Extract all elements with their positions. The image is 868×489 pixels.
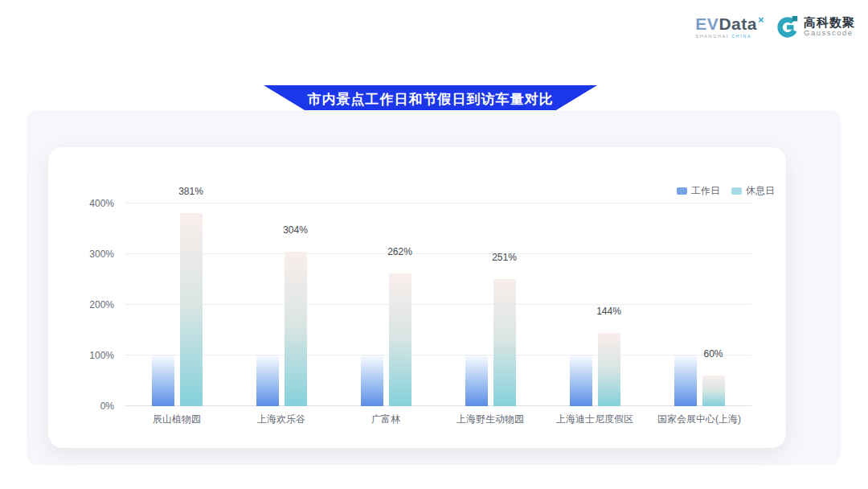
bar-休息日-广富林 xyxy=(389,273,411,406)
legend-item-工作日[interactable]: 工作日 xyxy=(677,184,720,198)
evdata-x-icon: × xyxy=(758,14,764,26)
bar-休息日-国家会展中心(上海) xyxy=(702,376,725,406)
y-axis-tick-label: 200% xyxy=(89,299,114,310)
bar-group-上海野生动物园: 251%上海野生动物园 xyxy=(438,203,542,406)
bar-工作日-上海野生动物园 xyxy=(465,355,488,406)
chart-legend: 工作日休息日 xyxy=(677,184,775,198)
gausscode-en: Gausscode xyxy=(804,29,855,37)
x-category-label: 广富林 xyxy=(371,413,400,426)
legend-swatch-icon xyxy=(677,187,687,195)
bar-工作日-国家会展中心(上海) xyxy=(674,355,697,406)
bar-value-label: 251% xyxy=(492,252,517,265)
header-logos: EVData× SHANGHAI CHINA 高科数聚 Gausscode xyxy=(695,14,855,39)
bar-group-国家会展中心(上海): 60%国家会展中心(上海) xyxy=(647,203,751,406)
bar-工作日-上海迪士尼度假区 xyxy=(570,355,592,406)
x-category-label: 上海迪士尼度假区 xyxy=(556,413,633,426)
y-axis-tick-label: 400% xyxy=(89,198,114,209)
legend-swatch-icon xyxy=(731,187,742,195)
x-category-label: 辰山植物园 xyxy=(153,413,201,426)
legend-label: 工作日 xyxy=(691,184,720,198)
bar-group-辰山植物园: 381%辰山植物园 xyxy=(125,203,229,406)
evdata-data: Data xyxy=(719,14,757,33)
gausscode-g-icon xyxy=(776,14,800,39)
bar-group-上海迪士尼度假区: 144%上海迪士尼度假区 xyxy=(542,203,647,406)
chart-card: 工作日休息日 0%100%200%300%400%381%辰山植物园304%上海… xyxy=(48,147,786,448)
bar-value-label: 381% xyxy=(178,186,203,199)
bar-休息日-上海迪士尼度假区 xyxy=(598,333,620,406)
bar-休息日-辰山植物园 xyxy=(180,213,203,406)
chart-plot: 0%100%200%300%400%381%辰山植物园304%上海欢乐谷262%… xyxy=(125,203,751,406)
bar-休息日-上海欢乐谷 xyxy=(285,252,307,406)
y-axis-tick-label: 0% xyxy=(100,401,114,412)
bar-group-上海欢乐谷: 304%上海欢乐谷 xyxy=(229,203,334,406)
x-category-label: 上海野生动物园 xyxy=(457,413,524,426)
page-title: 市内景点工作日和节假日到访车量对比 xyxy=(308,90,554,109)
evdata-caption: SHANGHAI CHINA xyxy=(695,35,764,39)
bar-value-label: 262% xyxy=(387,246,412,260)
bar-value-label: 144% xyxy=(596,306,621,319)
y-axis-tick-label: 300% xyxy=(89,249,114,260)
legend-label: 休息日 xyxy=(746,184,775,198)
evdata-ev: EV xyxy=(695,14,719,33)
x-category-label: 上海欢乐谷 xyxy=(257,413,305,426)
x-category-label: 国家会展中心(上海) xyxy=(657,413,741,426)
evdata-logo: EVData× SHANGHAI CHINA xyxy=(695,14,764,39)
bar-group-广富林: 262%广富林 xyxy=(334,203,438,406)
evdata-wordmark: EVData× xyxy=(695,14,764,32)
bar-工作日-广富林 xyxy=(361,355,383,406)
gausscode-text: 高科数聚 Gausscode xyxy=(804,16,855,38)
page-root: { "header": { "evdata": { "ev": "EV", "d… xyxy=(0,0,868,489)
title-banner: 市内景点工作日和节假日到访车量对比 xyxy=(264,85,597,113)
bar-休息日-上海野生动物园 xyxy=(493,279,516,406)
bar-value-label: 304% xyxy=(283,224,308,238)
legend-item-休息日[interactable]: 休息日 xyxy=(731,184,775,198)
bar-value-label: 60% xyxy=(703,348,723,362)
gausscode-cn: 高科数聚 xyxy=(804,16,855,30)
y-axis-tick-label: 100% xyxy=(89,350,114,361)
gausscode-logo: 高科数聚 Gausscode xyxy=(776,14,855,39)
bar-工作日-辰山植物园 xyxy=(152,355,174,406)
bar-工作日-上海欢乐谷 xyxy=(256,355,279,406)
